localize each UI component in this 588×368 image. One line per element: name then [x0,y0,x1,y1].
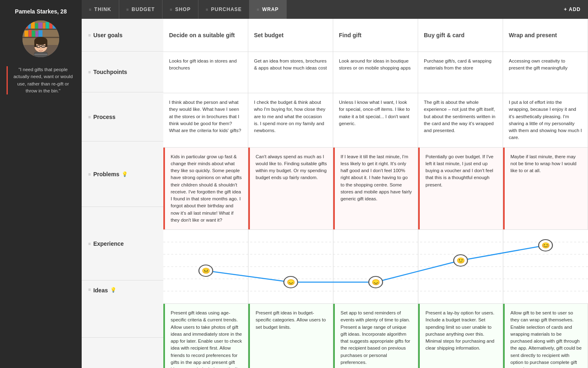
touchpoints-row: Looks for gift ideas in stores and broch… [163,52,588,93]
cell-problems-3[interactable]: Potentially go over budget. If I've left… [418,148,503,230]
experience-label: Experience [93,240,124,247]
user-quote: "I need gifts that people actually need,… [7,66,75,94]
nav-tab-budget[interactable]: ≡ BUDGET [119,0,163,19]
row-label-user-goals: ≡ User goals [82,19,163,52]
row-label-experience: ≡ Experience [82,207,163,280]
content-grid: Decide on a suitable gift Set budget Fin… [163,19,588,368]
drag-icon: ≡ [88,33,91,38]
svg-point-26 [43,46,44,47]
svg-point-27 [40,48,42,49]
cell-ideas-2[interactable]: Set app to send reminders of events with… [333,304,418,368]
cell-process-4[interactable]: I put a lot of effort into the wrapping,… [503,93,588,147]
svg-text:😞: 😞 [372,278,381,285]
drag-icon: ≡ [88,114,91,119]
ideas-label: Ideas [93,287,108,294]
ideas-info-icon[interactable]: 💡 [110,287,116,293]
add-column-button[interactable]: + ADD [557,0,588,19]
svg-rect-9 [43,23,45,29]
cell-process-3[interactable]: The gift is about the whole experience –… [418,93,503,147]
row-label-touchpoints: ≡ Touchpoints [82,52,163,92]
drag-icon: ≡ [88,70,91,74]
svg-rect-11 [49,23,52,29]
svg-text:🙂: 🙂 [457,257,466,264]
svg-rect-17 [38,30,42,37]
user-goals-label: User goals [93,32,122,38]
cell-touchpoints-3[interactable]: Purchase gift/s, card & wrapping materia… [418,52,503,93]
main-content: ≡ THINK ≡ BUDGET ≡ SHOP ≡ PURCHASE ≡ WRA… [82,0,588,368]
cell-user-goals-3[interactable]: Buy gift & card [418,19,503,52]
svg-rect-4 [24,22,28,29]
svg-rect-6 [31,22,35,29]
svg-rect-7 [35,23,38,29]
problems-label: Problems [93,171,119,177]
cell-user-goals-4[interactable]: Wrap and present [503,19,588,52]
svg-rect-15 [32,31,35,37]
cell-ideas-0[interactable]: Present gift ideas using age-specific cr… [163,304,248,368]
user-name: Pamela Starkes, 28 [15,8,67,15]
nav-tab-shop[interactable]: ≡ SHOP [163,0,198,19]
svg-rect-13 [24,31,28,37]
experience-row: 😐 😞 😞 🙂 😊 [163,230,588,304]
cell-problems-0[interactable]: Kids in particular grow up fast & change… [163,148,248,230]
svg-text:😞: 😞 [287,278,296,285]
drag-icon: ≡ [88,172,91,177]
top-nav: ≡ THINK ≡ BUDGET ≡ SHOP ≡ PURCHASE ≡ WRA… [82,0,588,19]
cell-process-1[interactable]: I check the budget & think about who I'm… [248,93,333,147]
cell-user-goals-2[interactable]: Find gift [333,19,418,52]
cell-touchpoints-0[interactable]: Looks for gift ideas in stores and broch… [163,52,248,93]
content-area: ≡ User goals ≡ Touchpoints ≡ Process ≡ P… [82,19,588,368]
drag-icon: ≡ [88,241,91,246]
row-label-ideas: ≡ Ideas 💡 [82,280,163,338]
svg-rect-21 [45,41,47,47]
drag-icon: ≡ [206,7,209,12]
cell-user-goals-1[interactable]: Set budget [248,19,333,52]
experience-chart: 😐 😞 😞 🙂 😊 [163,230,588,303]
touchpoints-label: Touchpoints [93,69,127,75]
svg-rect-5 [28,24,31,29]
cell-touchpoints-2[interactable]: Look around for ideas in boutique stores… [333,52,418,93]
cell-ideas-3[interactable]: Present a lay-by option for users. Inclu… [418,304,503,368]
problems-row: Kids in particular grow up fast & change… [163,148,588,230]
process-label: Process [93,114,115,120]
nav-tab-think[interactable]: ≡ THINK [82,0,119,19]
cell-ideas-1[interactable]: Present gift ideas in budget-specific ca… [248,304,333,368]
row-label-process: ≡ Process [82,92,163,141]
svg-rect-10 [46,22,49,29]
avatar [22,20,59,57]
drag-icon: ≡ [170,7,173,12]
svg-rect-20 [34,41,36,47]
process-row: I think about the person and what they w… [163,93,588,148]
cell-user-goals-0[interactable]: Decide on a suitable gift [163,19,248,52]
ideas-row: Present gift ideas using age-specific cr… [163,304,588,368]
cell-problems-4[interactable]: Maybe if last minute, there may not be t… [503,148,588,230]
cell-touchpoints-4[interactable]: Accessing own creativity to present the … [503,52,588,93]
svg-rect-8 [38,22,42,29]
drag-icon: ≡ [89,7,92,12]
user-goals-row: Decide on a suitable gift Set budget Fin… [163,19,588,52]
problems-info-icon[interactable]: 💡 [122,171,128,177]
svg-text:😐: 😐 [202,267,211,274]
drag-icon: ≡ [257,7,260,12]
cell-process-0[interactable]: I think about the person and what they w… [163,93,248,147]
cell-problems-2[interactable]: If I leave it till the last minute, I'm … [333,148,418,230]
svg-text:😊: 😊 [541,242,550,249]
svg-point-25 [37,46,38,47]
svg-rect-2 [22,29,59,30]
cell-ideas-4[interactable]: Allow gift to be sent to user so they ca… [503,304,588,368]
cell-touchpoints-1[interactable]: Get an idea from stores, brochures & app… [248,52,333,93]
svg-rect-16 [36,31,38,37]
sidebar: Pamela Starkes, 28 [0,0,82,368]
cell-process-2[interactable]: Unless I know what I want, I look for sp… [333,93,418,147]
drag-icon: ≡ [127,7,129,12]
cell-problems-1[interactable]: Can't always spend as much as I would li… [248,148,333,230]
row-label-problems: ≡ Problems 💡 [82,141,163,207]
svg-rect-12 [53,22,56,29]
drag-icon: ≡ [88,287,91,292]
svg-rect-14 [29,30,31,37]
nav-tab-purchase[interactable]: ≡ PURCHASE [198,0,249,19]
nav-tab-wrap[interactable]: ≡ WRAP [249,0,287,19]
row-labels: ≡ User goals ≡ Touchpoints ≡ Process ≡ P… [82,19,163,368]
